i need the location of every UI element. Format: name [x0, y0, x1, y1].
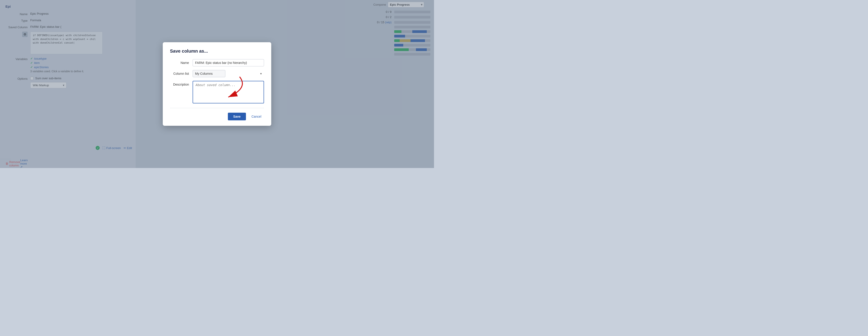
modal-column-list-row: Column list My Columns Shared Columns [170, 70, 264, 77]
modal-column-list-wrapper: My Columns Shared Columns [193, 70, 264, 77]
modal-description-row: Description [170, 81, 264, 103]
modal-title: Save column as... [170, 48, 264, 54]
modal-buttons: Save Cancel [170, 113, 264, 120]
modal-column-list-select[interactable]: My Columns Shared Columns [193, 70, 225, 77]
modal-column-list-label: Column list [170, 72, 193, 75]
save-column-modal: Save column as... Name Column list My Co… [163, 42, 271, 126]
modal-description-textarea[interactable] [193, 81, 264, 103]
modal-description-label: Description [170, 81, 193, 86]
modal-name-input[interactable] [193, 59, 264, 66]
cancel-button[interactable]: Cancel [249, 113, 264, 120]
modal-name-label: Name [170, 61, 193, 65]
modal-backdrop[interactable]: Save column as... Name Column list My Co… [0, 0, 434, 168]
save-button[interactable]: Save [228, 113, 246, 120]
modal-name-row: Name [170, 59, 264, 66]
